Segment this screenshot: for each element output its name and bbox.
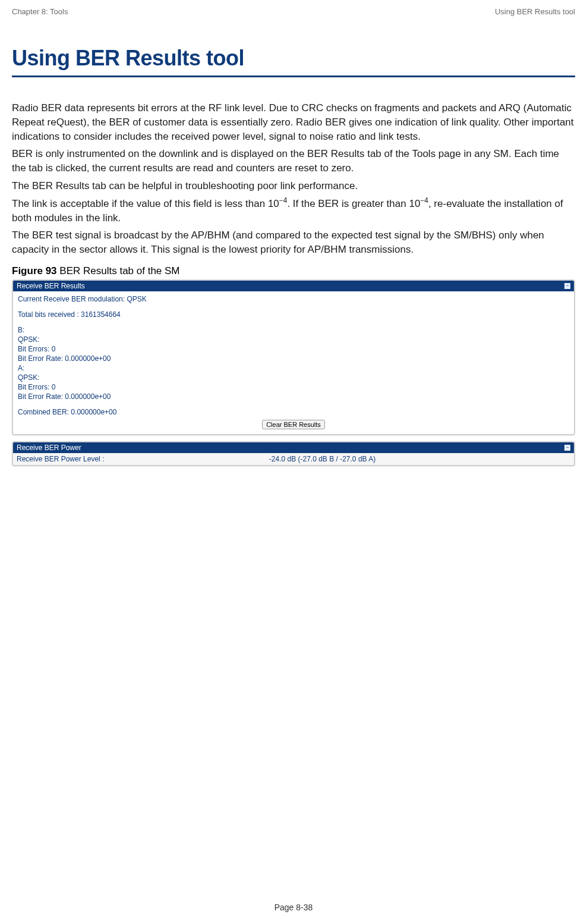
table-row: Receive BER Power Level : -24.0 dB (-27.…: [13, 453, 574, 465]
paragraph-1: Radio BER data represents bit errors at …: [12, 101, 575, 143]
p4-sup1: −4: [279, 196, 288, 205]
spacer: [18, 304, 569, 309]
b-bit-errors: Bit Errors: 0: [18, 345, 569, 353]
power-level-value: -24.0 dB (-27.0 dB B / -27.0 dB A): [266, 453, 574, 465]
paragraph-3: The BER Results tab can be helpful in tr…: [12, 179, 575, 193]
receive-ber-power-panel: Receive BER Power − Receive BER Power Le…: [12, 441, 575, 466]
b-section-label: B:: [18, 326, 569, 334]
spacer: [18, 320, 569, 325]
title-divider: [12, 76, 575, 77]
header-left: Chapter 8: Tools: [12, 7, 68, 16]
power-level-label: Receive BER Power Level :: [13, 453, 266, 465]
figure-caption: Figure 93 BER Results tab of the SM: [12, 265, 575, 277]
panel-header: Receive BER Power −: [13, 442, 574, 453]
paragraph-2: BER is only instrumented on the downlink…: [12, 147, 575, 175]
b-qpsk-label: QPSK:: [18, 335, 569, 344]
a-bit-error-rate: Bit Error Rate: 0.000000e+00: [18, 392, 569, 401]
ber-modulation-line: Current Receive BER modulation: QPSK: [18, 295, 569, 303]
b-bit-error-rate: Bit Error Rate: 0.000000e+00: [18, 354, 569, 363]
page-header: Chapter 8: Tools Using BER Results tool: [12, 7, 575, 16]
power-table: Receive BER Power Level : -24.0 dB (-27.…: [13, 453, 574, 465]
paragraph-4: The link is acceptable if the value of t…: [12, 197, 575, 225]
page-title: Using BER Results tool: [12, 46, 575, 72]
page-footer: Page 8-38: [0, 903, 587, 912]
panel-title: Receive BER Power: [17, 444, 81, 452]
collapse-icon[interactable]: −: [564, 283, 570, 289]
header-right: Using BER Results tool: [495, 7, 575, 16]
p4-part-a: The link is acceptable if the value of t…: [12, 198, 279, 209]
figure-label-rest: BER Results tab of the SM: [57, 265, 180, 276]
figure-label-bold: Figure 93: [12, 265, 57, 276]
collapse-icon[interactable]: −: [564, 445, 570, 451]
total-bits-line: Total bits received : 3161354664: [18, 310, 569, 319]
a-section-label: A:: [18, 364, 569, 372]
panel-header: Receive BER Results −: [13, 281, 574, 291]
a-qpsk-label: QPSK:: [18, 373, 569, 382]
panel-title: Receive BER Results: [17, 282, 85, 290]
button-row: Clear BER Results: [18, 417, 569, 432]
spacer: [18, 402, 569, 407]
paragraph-5: The BER test signal is broadcast by the …: [12, 228, 575, 257]
receive-ber-results-panel: Receive BER Results − Current Receive BE…: [12, 279, 575, 435]
p4-sup2: −4: [420, 196, 428, 205]
p4-part-b: . If the BER is greater than 10: [287, 198, 420, 209]
combined-ber: Combined BER: 0.000000e+00: [18, 408, 569, 416]
clear-ber-results-button[interactable]: Clear BER Results: [262, 420, 325, 429]
panel-body: Current Receive BER modulation: QPSK Tot…: [13, 291, 574, 434]
a-bit-errors: Bit Errors: 0: [18, 383, 569, 391]
